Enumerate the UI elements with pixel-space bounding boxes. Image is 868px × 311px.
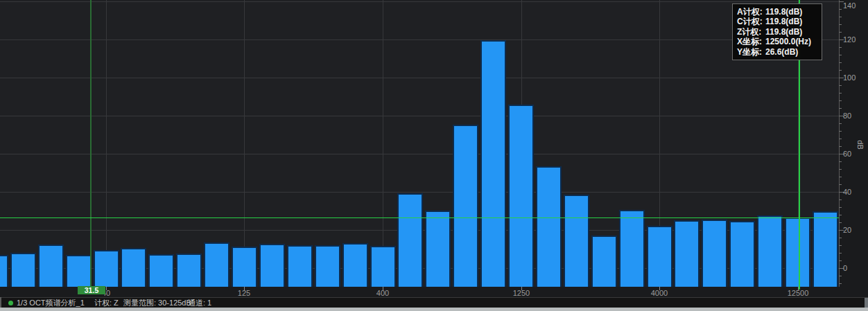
tooltip-label: Y坐标:: [737, 47, 765, 57]
y-minor-tick: [839, 184, 842, 185]
tooltip-value: 119.8(dB): [765, 27, 802, 37]
spectrum-bar-2500hz[interactable]: [591, 236, 617, 287]
active-cursor-horizontal-line[interactable]: [0, 217, 839, 218]
spectrum-bar-40hz[interactable]: [94, 250, 119, 287]
y-minor-tick: [839, 222, 842, 223]
y-minor-tick: [839, 253, 842, 254]
x-tick-label: 125: [222, 289, 266, 297]
spectrum-bar-80hz[interactable]: [176, 254, 202, 287]
spectrum-bar-20hz[interactable]: [10, 253, 36, 287]
y-tick-label: 140: [843, 1, 856, 10]
y-minor-tick: [839, 161, 842, 162]
v-gridline: [244, 0, 245, 287]
x-tick-label: 1250: [499, 289, 544, 297]
tooltip-value: 12500.0(Hz): [765, 37, 811, 46]
spectrum-bar-1250hz[interactable]: [508, 105, 534, 287]
y-minor-tick: [839, 131, 842, 132]
tooltip-value: 119.8(dB): [765, 7, 802, 17]
tooltip-row-x-coord: X坐标:12500.0(Hz): [737, 37, 817, 46]
y-minor-tick: [839, 283, 842, 284]
spectrum-bar-8000hz[interactable]: [729, 221, 755, 287]
tooltip-label: A计权:: [737, 7, 765, 17]
window-bottom-edge: [0, 308, 868, 311]
y-minor-tick: [839, 55, 842, 55]
y-minor-tick: [839, 139, 842, 139]
spectrum-bar-63hz[interactable]: [148, 254, 174, 287]
status-measurement-title: 1/3 OCT频谱分析_1: [17, 299, 85, 308]
y-tick-label: 0: [843, 264, 847, 272]
y-minor-tick: [839, 177, 842, 177]
h-gridline: [0, 39, 839, 40]
h-gridline: [0, 78, 839, 78]
tooltip-value: 26.6(dB): [765, 47, 798, 57]
y-minor-tick: [839, 245, 842, 246]
y-minor-tick: [839, 17, 842, 17]
y-minor-tick: [839, 70, 842, 71]
y-tick-label: 80: [843, 112, 851, 120]
spectrum-bar-500hz[interactable]: [397, 193, 423, 287]
x-tick-label: 12500: [776, 289, 820, 297]
spectrum-bar-4000hz[interactable]: [647, 226, 672, 287]
spectrum-bar-6300hz[interactable]: [702, 220, 727, 287]
status-weighting: 计权: Z: [94, 299, 119, 308]
y-minor-tick: [839, 169, 842, 170]
y-tick-label: 60: [843, 150, 851, 158]
y-tick-label: 120: [843, 35, 856, 44]
y-minor-tick: [839, 32, 842, 33]
spectrum-bar-100hz[interactable]: [204, 242, 229, 287]
h-gridline: [0, 192, 839, 193]
y-minor-tick: [839, 108, 842, 109]
v-gridline: [106, 0, 107, 287]
secondary-cursor-line[interactable]: [90, 0, 92, 287]
spectrum-bar-1600hz[interactable]: [536, 166, 562, 287]
y-minor-tick: [839, 100, 842, 101]
secondary-cursor-frequency-badge[interactable]: 31.5: [78, 286, 105, 294]
tooltip-row-z-weight: Z计权:119.8(dB): [737, 27, 817, 37]
y-tick-label: 40: [843, 188, 851, 196]
h-gridline: [0, 154, 839, 154]
y-minor-tick: [839, 47, 842, 48]
y-minor-tick: [839, 199, 842, 200]
status-channel: 通道: 1: [188, 299, 211, 308]
spectrum-bar-16hz[interactable]: [0, 255, 8, 287]
status-measure-range: 测量范围: 30-125dB: [123, 299, 191, 308]
y-minor-tick: [839, 146, 842, 147]
channel-active-dot-icon: [8, 301, 13, 305]
y-minor-tick: [839, 24, 842, 25]
spectrum-bar-200hz[interactable]: [287, 245, 313, 287]
y-minor-tick: [839, 276, 842, 276]
y-minor-tick: [839, 207, 842, 208]
spectrum-bar-5000hz[interactable]: [674, 220, 700, 287]
spectrum-bar-2000hz[interactable]: [564, 195, 589, 287]
y-minor-tick: [839, 123, 842, 124]
tooltip-row-a-weight: A计权:119.8(dB): [737, 7, 817, 17]
spectrum-bar-125hz[interactable]: [232, 247, 257, 287]
y-minor-tick: [839, 260, 842, 261]
spectrum-bar-3150hz[interactable]: [619, 210, 645, 287]
spectrum-bar-250hz[interactable]: [315, 245, 340, 287]
spectrum-chart-plot-area[interactable]: [0, 0, 839, 287]
spectrum-bar-10000hz[interactable]: [757, 215, 783, 287]
spectrum-bar-800hz[interactable]: [453, 125, 478, 287]
spectrum-bar-50hz[interactable]: [121, 248, 146, 287]
tooltip-label: C计权:: [737, 17, 765, 26]
tooltip-label: X坐标:: [737, 37, 765, 46]
spectrum-bar-160hz[interactable]: [259, 244, 285, 287]
spectrum-bar-25hz[interactable]: [38, 245, 64, 287]
spectrum-bar-12500hz[interactable]: [785, 217, 810, 287]
spectrum-bar-16000hz[interactable]: [813, 211, 838, 287]
cursor-readout-tooltip: A计权:119.8(dB) C计权:119.8(dB) Z计权:119.8(dB…: [732, 3, 822, 60]
spectrum-bar-630hz[interactable]: [425, 211, 451, 287]
spectrum-bar-1000hz[interactable]: [480, 40, 506, 287]
y-tick-label: 100: [843, 73, 856, 82]
spectrum-bar-31.5hz[interactable]: [66, 255, 92, 287]
x-tick-label: 400: [361, 289, 405, 297]
x-tick-label: 4000: [637, 289, 682, 297]
y-minor-tick: [839, 215, 842, 215]
spectrum-bar-315hz[interactable]: [342, 243, 368, 287]
h-gridline: [0, 116, 839, 116]
y-minor-tick: [839, 62, 842, 63]
y-axis-unit-label: dB: [856, 140, 865, 149]
y-minor-tick: [839, 238, 842, 238]
spectrum-bar-400hz[interactable]: [370, 246, 396, 287]
